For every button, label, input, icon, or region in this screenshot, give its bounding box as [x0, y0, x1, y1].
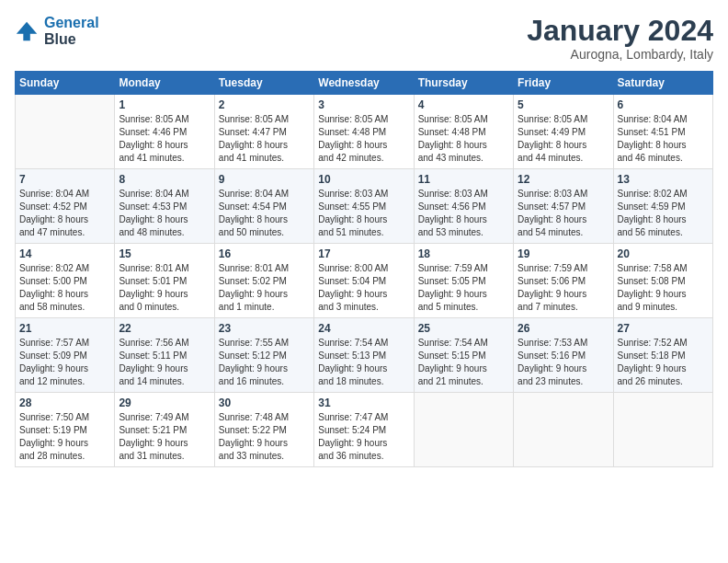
- svg-marker-0: [17, 21, 37, 40]
- page-container: General Blue January 2024 Aurogna, Lomba…: [0, 0, 728, 475]
- day-number: 4: [418, 98, 509, 111]
- location-title: Aurogna, Lombardy, Italy: [527, 47, 713, 62]
- day-info: Sunrise: 7:59 AMSunset: 5:06 PMDaylight:…: [518, 262, 609, 314]
- day-info: Sunrise: 8:02 AMSunset: 4:59 PMDaylight:…: [618, 188, 709, 239]
- day-cell: 5Sunrise: 8:05 AMSunset: 4:49 PMDaylight…: [514, 95, 613, 169]
- header: General Blue January 2024 Aurogna, Lomba…: [15, 15, 713, 62]
- day-number: 28: [19, 396, 110, 409]
- day-cell: 2Sunrise: 8:05 AMSunset: 4:47 PMDaylight…: [214, 95, 313, 169]
- day-cell: 25Sunrise: 7:54 AMSunset: 5:15 PMDayligh…: [414, 318, 513, 393]
- day-number: 18: [418, 247, 509, 260]
- day-cell: 15Sunrise: 8:01 AMSunset: 5:01 PMDayligh…: [115, 244, 214, 318]
- day-cell: 6Sunrise: 8:04 AMSunset: 4:51 PMDaylight…: [613, 95, 712, 169]
- weekday-header-sunday: Sunday: [16, 72, 115, 95]
- day-cell: 16Sunrise: 8:01 AMSunset: 5:02 PMDayligh…: [214, 244, 313, 318]
- day-info: Sunrise: 8:03 AMSunset: 4:56 PMDaylight:…: [418, 188, 509, 239]
- day-number: 20: [618, 247, 709, 260]
- day-number: 8: [119, 173, 210, 186]
- day-cell: 11Sunrise: 8:03 AMSunset: 4:56 PMDayligh…: [414, 169, 513, 244]
- day-number: 11: [418, 173, 509, 186]
- day-info: Sunrise: 8:02 AMSunset: 5:00 PMDaylight:…: [19, 262, 110, 314]
- day-info: Sunrise: 7:52 AMSunset: 5:18 PMDaylight:…: [618, 337, 709, 388]
- day-number: 22: [119, 322, 210, 335]
- day-cell: 29Sunrise: 7:49 AMSunset: 5:21 PMDayligh…: [115, 393, 214, 467]
- day-number: 17: [318, 247, 409, 260]
- day-info: Sunrise: 8:04 AMSunset: 4:52 PMDaylight:…: [19, 188, 110, 239]
- week-row-1: 1Sunrise: 8:05 AMSunset: 4:46 PMDaylight…: [16, 95, 713, 169]
- day-number: 5: [518, 98, 609, 111]
- day-cell: 26Sunrise: 7:53 AMSunset: 5:16 PMDayligh…: [514, 318, 613, 393]
- day-cell: 10Sunrise: 8:03 AMSunset: 4:55 PMDayligh…: [314, 169, 414, 244]
- day-number: 27: [618, 322, 709, 335]
- day-info: Sunrise: 7:49 AMSunset: 5:21 PMDaylight:…: [119, 411, 210, 463]
- day-number: 1: [119, 98, 210, 111]
- day-info: Sunrise: 8:05 AMSunset: 4:48 PMDaylight:…: [318, 113, 409, 165]
- day-number: 24: [318, 322, 409, 335]
- day-number: 2: [219, 98, 310, 111]
- day-info: Sunrise: 8:03 AMSunset: 4:55 PMDaylight:…: [318, 188, 409, 239]
- day-info: Sunrise: 8:01 AMSunset: 5:02 PMDaylight:…: [219, 262, 310, 314]
- day-cell: 19Sunrise: 7:59 AMSunset: 5:06 PMDayligh…: [514, 244, 613, 318]
- day-info: Sunrise: 8:05 AMSunset: 4:48 PMDaylight:…: [418, 113, 509, 165]
- day-info: Sunrise: 7:47 AMSunset: 5:24 PMDaylight:…: [318, 411, 409, 463]
- month-title: January 2024: [527, 15, 713, 47]
- day-info: Sunrise: 7:53 AMSunset: 5:16 PMDaylight:…: [518, 337, 609, 388]
- logo: General Blue: [15, 15, 99, 47]
- day-info: Sunrise: 8:04 AMSunset: 4:51 PMDaylight:…: [618, 113, 709, 165]
- day-cell: 9Sunrise: 8:04 AMSunset: 4:54 PMDaylight…: [214, 169, 313, 244]
- day-number: 7: [19, 173, 110, 186]
- day-cell: 14Sunrise: 8:02 AMSunset: 5:00 PMDayligh…: [16, 244, 115, 318]
- day-cell: 28Sunrise: 7:50 AMSunset: 5:19 PMDayligh…: [16, 393, 115, 467]
- week-row-5: 28Sunrise: 7:50 AMSunset: 5:19 PMDayligh…: [16, 393, 713, 467]
- day-info: Sunrise: 8:05 AMSunset: 4:49 PMDaylight:…: [518, 113, 609, 165]
- day-info: Sunrise: 7:56 AMSunset: 5:11 PMDaylight:…: [119, 337, 210, 388]
- day-cell: 23Sunrise: 7:55 AMSunset: 5:12 PMDayligh…: [214, 318, 313, 393]
- day-number: 16: [219, 247, 310, 260]
- day-info: Sunrise: 8:04 AMSunset: 4:53 PMDaylight:…: [119, 188, 210, 239]
- day-info: Sunrise: 8:01 AMSunset: 5:01 PMDaylight:…: [119, 262, 210, 314]
- weekday-header-wednesday: Wednesday: [314, 72, 414, 95]
- day-cell: 24Sunrise: 7:54 AMSunset: 5:13 PMDayligh…: [314, 318, 414, 393]
- day-info: Sunrise: 7:48 AMSunset: 5:22 PMDaylight:…: [219, 411, 310, 463]
- day-number: 31: [318, 396, 409, 409]
- day-cell: 3Sunrise: 8:05 AMSunset: 4:48 PMDaylight…: [314, 95, 414, 169]
- day-number: 15: [119, 247, 210, 260]
- day-number: 23: [219, 322, 310, 335]
- week-row-4: 21Sunrise: 7:57 AMSunset: 5:09 PMDayligh…: [16, 318, 713, 393]
- day-cell: [514, 393, 613, 467]
- day-info: Sunrise: 7:55 AMSunset: 5:12 PMDaylight:…: [219, 337, 310, 388]
- day-info: Sunrise: 7:54 AMSunset: 5:13 PMDaylight:…: [318, 337, 409, 388]
- day-number: 21: [19, 322, 110, 335]
- day-cell: 13Sunrise: 8:02 AMSunset: 4:59 PMDayligh…: [613, 169, 712, 244]
- day-cell: 7Sunrise: 8:04 AMSunset: 4:52 PMDaylight…: [16, 169, 115, 244]
- day-info: Sunrise: 7:59 AMSunset: 5:05 PMDaylight:…: [418, 262, 509, 314]
- day-cell: [613, 393, 712, 467]
- day-number: 30: [219, 396, 310, 409]
- day-number: 26: [518, 322, 609, 335]
- weekday-header-thursday: Thursday: [414, 72, 513, 95]
- day-info: Sunrise: 8:00 AMSunset: 5:04 PMDaylight:…: [318, 262, 409, 314]
- week-row-2: 7Sunrise: 8:04 AMSunset: 4:52 PMDaylight…: [16, 169, 713, 244]
- day-info: Sunrise: 8:05 AMSunset: 4:46 PMDaylight:…: [119, 113, 210, 165]
- day-cell: [414, 393, 513, 467]
- weekday-header-row: SundayMondayTuesdayWednesdayThursdayFrid…: [16, 72, 713, 95]
- day-cell: 21Sunrise: 7:57 AMSunset: 5:09 PMDayligh…: [16, 318, 115, 393]
- day-cell: 22Sunrise: 7:56 AMSunset: 5:11 PMDayligh…: [115, 318, 214, 393]
- logo-text: General Blue: [44, 15, 99, 47]
- day-cell: 8Sunrise: 8:04 AMSunset: 4:53 PMDaylight…: [115, 169, 214, 244]
- day-number: 9: [219, 173, 310, 186]
- day-info: Sunrise: 8:04 AMSunset: 4:54 PMDaylight:…: [219, 188, 310, 239]
- title-area: January 2024 Aurogna, Lombardy, Italy: [527, 15, 713, 62]
- week-row-3: 14Sunrise: 8:02 AMSunset: 5:00 PMDayligh…: [16, 244, 713, 318]
- day-cell: [16, 95, 115, 169]
- day-number: 19: [518, 247, 609, 260]
- day-cell: 20Sunrise: 7:58 AMSunset: 5:08 PMDayligh…: [613, 244, 712, 318]
- day-cell: 18Sunrise: 7:59 AMSunset: 5:05 PMDayligh…: [414, 244, 513, 318]
- weekday-header-friday: Friday: [514, 72, 613, 95]
- day-info: Sunrise: 8:03 AMSunset: 4:57 PMDaylight:…: [518, 188, 609, 239]
- day-number: 14: [19, 247, 110, 260]
- weekday-header-tuesday: Tuesday: [214, 72, 313, 95]
- day-info: Sunrise: 7:58 AMSunset: 5:08 PMDaylight:…: [618, 262, 709, 314]
- day-cell: 17Sunrise: 8:00 AMSunset: 5:04 PMDayligh…: [314, 244, 414, 318]
- day-info: Sunrise: 7:54 AMSunset: 5:15 PMDaylight:…: [418, 337, 509, 388]
